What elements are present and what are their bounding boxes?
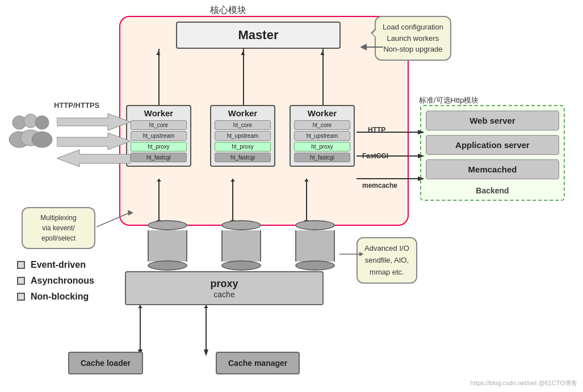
svg-marker-15 — [418, 176, 425, 181]
worker3-module-fastcgi: ht_fastcgi — [294, 153, 350, 162]
db-bottom-1 — [148, 260, 187, 271]
svg-marker-7 — [57, 133, 131, 150]
proxy-cache-title: proxy — [210, 278, 238, 290]
db-cylinder-2 — [221, 220, 261, 271]
svg-point-4 — [35, 116, 49, 129]
worker-box-1: Worker ht_core ht_upstream ht_proxy ht_f… — [126, 105, 191, 167]
http-https-label: HTTP/HTTPS — [54, 101, 99, 109]
worker3-module-upstream: ht_upstream — [294, 131, 350, 141]
legend-box-event — [17, 261, 25, 269]
worker-title-1: Worker — [131, 108, 187, 118]
legend: Event-driven Asynchronous Non-blocking — [17, 260, 94, 307]
web-server-item: Web server — [426, 111, 559, 130]
mux-arrow — [97, 210, 133, 233]
db-cylinder-1 — [148, 220, 187, 271]
db-area — [148, 220, 335, 271]
svg-marker-8 — [57, 150, 131, 167]
svg-marker-6 — [57, 113, 131, 130]
svg-marker-13 — [418, 154, 425, 158]
worker3-module-core: ht_core — [294, 120, 350, 130]
diagram-container: 核心模块 Master ▼ ▲ ▼ ▲ ▼ ▲ Worker ht_core h… — [0, 0, 583, 392]
db-body-1 — [148, 230, 187, 262]
db-bottom-2 — [221, 260, 261, 271]
worker-title-2: Worker — [215, 108, 271, 118]
worker-title-3: Worker — [294, 108, 350, 118]
bubble-arrow — [360, 39, 386, 56]
legend-text-async: Asynchronous — [31, 276, 94, 286]
arrow-master-worker3 — [322, 49, 324, 106]
db-top-2 — [221, 220, 261, 230]
load-config-bubble: Load configuration Launch workers Non-st… — [375, 16, 451, 61]
svg-marker-31 — [204, 305, 208, 308]
worker1-module-proxy: ht_proxy — [131, 142, 187, 151]
svg-marker-11 — [418, 130, 425, 134]
svg-marker-19 — [157, 179, 161, 182]
cache-arrows — [99, 305, 247, 356]
db-top-1 — [148, 220, 187, 230]
svg-marker-30 — [204, 349, 208, 356]
svg-marker-33 — [359, 252, 363, 256]
svg-marker-22 — [230, 179, 235, 182]
worker2-module-fastcgi: ht_fastcgi — [215, 153, 271, 162]
legend-text-nonblock: Non-blocking — [31, 292, 89, 302]
backend-panel: Web server Application server Memcached … — [420, 105, 565, 201]
worker3-module-proxy: ht_proxy — [294, 142, 350, 151]
traffic-arrows — [57, 113, 131, 170]
svg-marker-25 — [304, 179, 309, 182]
core-label: 核心模块 — [210, 5, 246, 16]
worker-box-3: Worker ht_core ht_upstream ht_proxy ht_f… — [290, 105, 355, 167]
legend-box-async — [17, 277, 25, 285]
worker2-module-upstream: ht_upstream — [215, 131, 271, 141]
cache-manager-box: Cache manager — [216, 352, 300, 374]
worker-backend-arrows — [356, 122, 425, 190]
db-body-3 — [295, 230, 335, 262]
worker1-module-core: ht_core — [131, 120, 187, 130]
backend-label: Backend — [426, 184, 559, 195]
svg-point-5 — [32, 132, 52, 147]
svg-marker-28 — [138, 305, 142, 308]
proxy-cache-sub: cache — [213, 290, 234, 299]
legend-item-nonblock: Non-blocking — [17, 292, 94, 302]
user-icon — [7, 112, 58, 161]
svg-marker-35 — [128, 210, 133, 216]
module-label: 标准/可选Http模块 — [419, 95, 479, 106]
svg-line-34 — [97, 213, 129, 227]
legend-box-nonblock — [17, 293, 25, 301]
watermark: https://blog.csdn.net/net @61CTO博客 — [471, 379, 577, 387]
app-server-item: Application server — [426, 135, 559, 155]
legend-item-event: Event-driven — [17, 260, 94, 270]
arrow-master-worker1 — [158, 49, 160, 106]
mux-bubble: Multiplexing via kevent/ epoll/select — [22, 207, 95, 249]
worker1-module-fastcgi: ht_fastcgi — [131, 153, 187, 162]
worker2-module-core: ht_core — [215, 120, 271, 130]
db-body-2 — [221, 230, 261, 262]
proxy-cache-box: proxy cache — [125, 271, 324, 305]
arrow-master-worker2 — [243, 49, 244, 106]
legend-text-event: Event-driven — [31, 260, 86, 270]
worker1-module-upstream: ht_upstream — [131, 131, 187, 141]
memcached-item: Memcached — [426, 159, 559, 179]
db-cylinder-3 — [295, 220, 335, 271]
advanced-io-bubble: Advanced I/O sendfile, AIO, mmap etc. — [356, 237, 417, 284]
worker2-module-proxy: ht_proxy — [215, 142, 271, 151]
db-top-3 — [295, 220, 335, 230]
io-arrow — [339, 248, 363, 260]
cache-loader-box: Cache loader — [68, 352, 143, 374]
legend-item-async: Asynchronous — [17, 276, 94, 286]
worker-box-2: Worker ht_core ht_upstream ht_proxy ht_f… — [210, 105, 275, 167]
db-bottom-3 — [295, 260, 335, 271]
master-box: Master — [176, 22, 341, 49]
